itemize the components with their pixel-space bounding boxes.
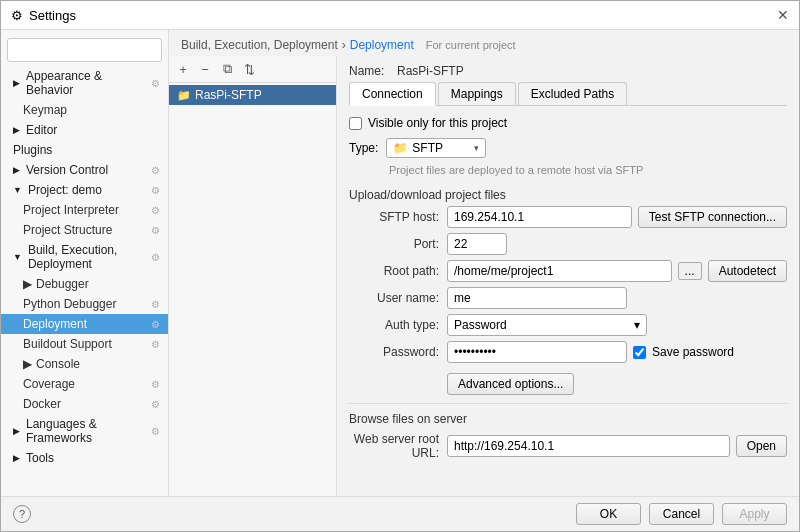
server-item-name: RasPi-SFTP	[195, 88, 262, 102]
arrow-icon: ▶	[13, 125, 20, 135]
sidebar-item-project-structure[interactable]: Project Structure ⚙	[1, 220, 168, 240]
settings-icon: ⚙	[11, 8, 23, 23]
right-panel: Name: RasPi-SFTP Connection Mappings Exc…	[337, 56, 799, 496]
move-server-button[interactable]: ⇅	[239, 59, 259, 79]
sidebar-item-python-debugger[interactable]: Python Debugger ⚙	[1, 294, 168, 314]
apply-button[interactable]: Apply	[722, 503, 787, 525]
root-path-input[interactable]	[447, 260, 672, 282]
visible-only-checkbox[interactable]	[349, 117, 362, 130]
name-row: Name: RasPi-SFTP	[349, 64, 787, 78]
main-content: ▶ Appearance & Behavior ⚙ Keymap ▶ Edito…	[1, 30, 799, 496]
gear-icon: ⚙	[151, 252, 160, 263]
server-list-panel: + − ⧉ ⇅ 📁 RasPi-SFTP	[169, 56, 337, 496]
gear-icon: ⚙	[151, 319, 160, 330]
sidebar-item-label: Docker	[23, 397, 61, 411]
deployment-content: + − ⧉ ⇅ 📁 RasPi-SFTP	[169, 56, 799, 496]
sidebar-item-docker[interactable]: Docker ⚙	[1, 394, 168, 414]
sidebar-item-label: Languages & Frameworks	[26, 417, 147, 445]
password-input[interactable]	[447, 341, 627, 363]
sidebar-item-editor[interactable]: ▶ Editor	[1, 120, 168, 140]
sidebar-item-project-demo[interactable]: ▼ Project: demo ⚙	[1, 180, 168, 200]
browse-files-section: Browse files on server Web server root U…	[349, 403, 787, 460]
server-toolbar: + − ⧉ ⇅	[169, 56, 336, 83]
visible-only-row: Visible only for this project	[349, 116, 787, 130]
advanced-row: Advanced options...	[447, 373, 787, 395]
sidebar-item-console[interactable]: ▶ Console	[1, 354, 168, 374]
gear-icon: ⚙	[151, 205, 160, 216]
sidebar-item-project-interpreter[interactable]: Project Interpreter ⚙	[1, 200, 168, 220]
arrow-icon: ▶	[23, 277, 32, 291]
tabs-bar: Connection Mappings Excluded Paths	[349, 82, 787, 106]
sidebar-item-appearance[interactable]: ▶ Appearance & Behavior ⚙	[1, 66, 168, 100]
user-name-label: User name:	[349, 291, 439, 305]
arrow-icon: ▶	[23, 357, 32, 371]
gear-icon: ⚙	[151, 165, 160, 176]
sidebar-item-label: Project Structure	[23, 223, 112, 237]
dialog-title: Settings	[29, 8, 76, 23]
sidebar-item-deployment[interactable]: Deployment ⚙	[1, 314, 168, 334]
type-value: SFTP	[412, 141, 443, 155]
add-server-button[interactable]: +	[173, 59, 193, 79]
server-item[interactable]: 📁 RasPi-SFTP	[169, 85, 336, 105]
test-sftp-button[interactable]: Test SFTP connection...	[638, 206, 787, 228]
browse-section-title: Browse files on server	[349, 412, 787, 426]
user-name-input[interactable]	[447, 287, 627, 309]
name-value: RasPi-SFTP	[397, 64, 464, 78]
chevron-down-icon: ▾	[634, 318, 640, 332]
root-path-label: Root path:	[349, 264, 439, 278]
search-input[interactable]	[7, 38, 162, 62]
remove-server-button[interactable]: −	[195, 59, 215, 79]
close-button[interactable]: ✕	[777, 7, 789, 23]
copy-server-button[interactable]: ⧉	[217, 59, 237, 79]
sidebar-item-version-control[interactable]: ▶ Version Control ⚙	[1, 160, 168, 180]
browse-button[interactable]: ...	[678, 262, 702, 280]
web-server-input[interactable]	[447, 435, 730, 457]
breadcrumb-current: Deployment	[350, 38, 414, 52]
sidebar-item-languages[interactable]: ▶ Languages & Frameworks ⚙	[1, 414, 168, 448]
sidebar-item-coverage[interactable]: Coverage ⚙	[1, 374, 168, 394]
tab-mappings[interactable]: Mappings	[438, 82, 516, 105]
type-row: Type: 📁 SFTP ▾	[349, 138, 787, 158]
browse-form-grid: Web server root URL: Open	[349, 432, 787, 460]
sidebar-item-debugger[interactable]: ▶ Debugger	[1, 274, 168, 294]
advanced-options-button[interactable]: Advanced options...	[447, 373, 574, 395]
sidebar-item-label: Build, Execution, Deployment	[28, 243, 147, 271]
sftp-host-label: SFTP host:	[349, 210, 439, 224]
cancel-button[interactable]: Cancel	[649, 503, 714, 525]
port-input[interactable]	[447, 233, 507, 255]
save-password-checkbox[interactable]	[633, 346, 646, 359]
settings-dialog: ⚙ Settings ✕ ▶ Appearance & Behavior ⚙ K…	[0, 0, 800, 532]
sidebar-item-label: Appearance & Behavior	[26, 69, 147, 97]
open-button[interactable]: Open	[736, 435, 787, 457]
sidebar-item-label: Coverage	[23, 377, 75, 391]
sidebar-item-label: Console	[36, 357, 80, 371]
gear-icon: ⚙	[151, 299, 160, 310]
sidebar-item-buildout-support[interactable]: Buildout Support ⚙	[1, 334, 168, 354]
auth-type-select[interactable]: Password ▾	[447, 314, 647, 336]
arrow-icon: ▶	[13, 78, 20, 88]
sidebar-item-label: Python Debugger	[23, 297, 116, 311]
sidebar-item-plugins[interactable]: Plugins	[1, 140, 168, 160]
gear-icon: ⚙	[151, 78, 160, 89]
sftp-host-row: Test SFTP connection...	[447, 206, 787, 228]
sidebar-item-keymap[interactable]: Keymap	[1, 100, 168, 120]
name-label: Name:	[349, 64, 389, 78]
type-select[interactable]: 📁 SFTP ▾	[386, 138, 486, 158]
server-folder-icon: 📁	[177, 89, 191, 102]
sidebar-item-tools[interactable]: ▶ Tools	[1, 448, 168, 468]
gear-icon: ⚙	[151, 426, 160, 437]
sidebar-item-build-execution[interactable]: ▼ Build, Execution, Deployment ⚙	[1, 240, 168, 274]
sftp-host-input[interactable]	[447, 206, 632, 228]
gear-icon: ⚙	[151, 399, 160, 410]
server-list: 📁 RasPi-SFTP	[169, 83, 336, 107]
sidebar-item-label: Deployment	[23, 317, 87, 331]
arrow-icon: ▼	[13, 185, 22, 195]
tab-connection[interactable]: Connection	[349, 82, 436, 106]
sidebar-item-label: Tools	[26, 451, 54, 465]
form-grid: SFTP host: Test SFTP connection... Port:…	[349, 206, 787, 363]
ok-button[interactable]: OK	[576, 503, 641, 525]
port-row	[447, 233, 787, 255]
autodetect-button[interactable]: Autodetect	[708, 260, 787, 282]
help-button[interactable]: ?	[13, 505, 31, 523]
tab-excluded-paths[interactable]: Excluded Paths	[518, 82, 627, 105]
